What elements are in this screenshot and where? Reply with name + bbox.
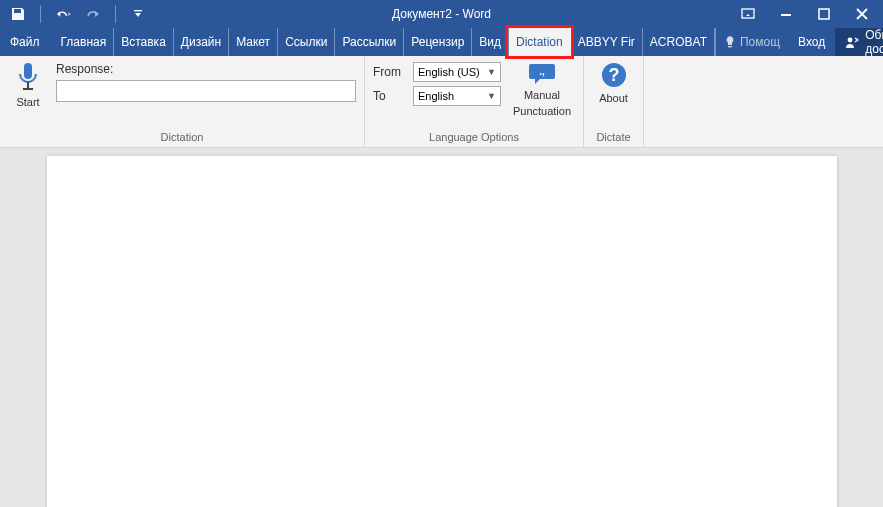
svg-rect-5 [728,46,732,47]
share-icon [845,35,859,49]
help-circle-icon: ? [601,62,627,88]
title-bar: Документ2 - Word [0,0,883,28]
tab-insert[interactable]: Вставка [114,28,174,56]
tab-review[interactable]: Рецензир [404,28,472,56]
from-language-value: English (US) [418,66,480,78]
to-label: To [373,89,407,103]
minimize-icon[interactable] [779,7,793,21]
language-selectors: From English (US) ▼ To English ▼ [373,60,501,106]
manual-punct-label2: Punctuation [513,105,571,118]
document-page[interactable] [47,156,837,507]
share-button[interactable]: Общий доступ [835,28,883,56]
manual-punct-label1: Manual [524,89,560,102]
manual-punctuation-button[interactable]: ., Manual Punctuation [509,60,575,117]
svg-rect-0 [18,10,20,13]
response-label: Response: [56,62,113,76]
qat-customize-icon[interactable] [130,6,146,22]
tab-acrobat[interactable]: ACROBAT [643,28,715,56]
ribbon-group-dictation: Start Response: Dictation [0,56,365,147]
share-label: Общий доступ [865,28,883,56]
save-icon[interactable] [10,6,26,22]
response-input[interactable] [56,80,356,102]
response-block: Response: [56,60,356,102]
about-button[interactable]: ? About [594,60,634,105]
tab-layout[interactable]: Макет [229,28,278,56]
svg-rect-9 [23,88,33,90]
undo-icon[interactable] [55,6,71,22]
svg-rect-4 [819,9,829,19]
ribbon: Start Response: Dictation From English (… [0,56,883,148]
tab-dictation[interactable]: Dictation [509,28,571,56]
ribbon-empty [644,56,883,147]
sign-in-button[interactable]: Вход [788,28,835,56]
to-language-select[interactable]: English ▼ [413,86,501,106]
tab-abbyy[interactable]: ABBYY Fir [571,28,643,56]
start-button[interactable]: Start [8,60,48,109]
start-label: Start [16,96,39,109]
maximize-icon[interactable] [817,7,831,21]
quick-access-toolbar [0,5,146,23]
svg-rect-1 [134,10,142,11]
from-label: From [373,65,407,79]
tab-references[interactable]: Ссылки [278,28,335,56]
lightbulb-icon [724,35,736,49]
qat-separator [115,5,116,23]
ribbon-options-icon[interactable] [741,7,755,21]
document-area [0,148,883,507]
close-icon[interactable] [855,7,869,21]
help-label: Помощ [740,35,780,49]
speech-bubble-icon: ., [528,62,556,86]
to-language-value: English [418,90,454,102]
svg-rect-2 [742,9,754,18]
about-label: About [599,92,628,105]
tab-view[interactable]: Вид [472,28,509,56]
window-title: Документ2 - Word [392,7,491,21]
group-label-language: Language Options [365,129,583,147]
chevron-down-icon: ▼ [487,67,496,77]
svg-rect-8 [27,82,29,88]
svg-text:.,: ., [539,66,545,77]
svg-rect-7 [24,63,32,79]
tab-home[interactable]: Главная [54,28,115,56]
qat-separator [40,5,41,23]
tab-file[interactable]: Файл [0,28,54,56]
group-label-dictation: Dictation [0,129,364,147]
tab-mailings[interactable]: Рассылки [335,28,404,56]
svg-rect-3 [781,14,791,16]
svg-point-6 [848,38,853,43]
sign-in-label: Вход [798,35,825,49]
ribbon-group-dictate: ? About Dictate [584,56,644,147]
microphone-icon [17,62,39,92]
chevron-down-icon: ▼ [487,91,496,101]
svg-text:?: ? [608,65,619,85]
window-controls [741,7,883,21]
ribbon-tab-bar: Файл Главная Вставка Дизайн Макет Ссылки… [0,28,883,56]
from-language-select[interactable]: English (US) ▼ [413,62,501,82]
tell-me-help[interactable]: Помощ [715,28,788,56]
group-label-dictate: Dictate [584,129,643,147]
ribbon-group-language: From English (US) ▼ To English ▼ [365,56,584,147]
redo-icon[interactable] [85,6,101,22]
tab-design[interactable]: Дизайн [174,28,229,56]
